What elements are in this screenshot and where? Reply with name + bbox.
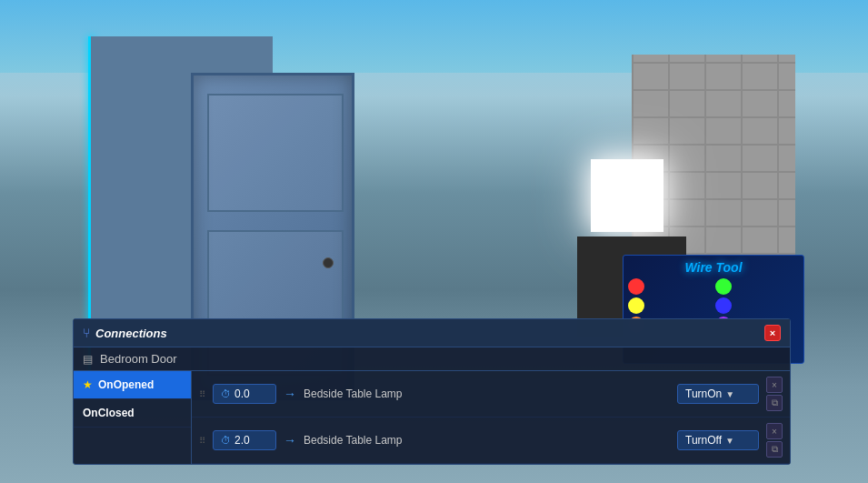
connection-row-1: ⠿ ⏱ 0.0 → Bedside Table Lamp TurnOn ▼ × … [192, 371, 790, 418]
event-label-opened: OnOpened [98, 378, 154, 391]
dropdown-arrow-1: ▼ [725, 389, 734, 399]
drag-handle-2[interactable]: ⠿ [199, 436, 205, 446]
connections-icon: ⑂ [83, 326, 90, 340]
target-device-1: Bedside Table Lamp [304, 387, 670, 400]
door-knob [323, 257, 334, 268]
action-label-2: TurnOff [685, 434, 722, 447]
wire-tool-label: Wire Tool [628, 260, 799, 275]
wire-btn-blue[interactable] [715, 297, 732, 314]
copy-btn-1[interactable]: ⧉ [766, 395, 783, 411]
event-label-closed: OnClosed [83, 407, 135, 419]
dropdown-arrow-2: ▼ [725, 436, 734, 446]
copy-btn-2[interactable]: ⧉ [766, 441, 783, 458]
device-icon: ▤ [83, 353, 93, 366]
time-value-1: 0.0 [234, 387, 250, 400]
event-on-opened[interactable]: ★ OnOpened [74, 371, 191, 399]
events-column: ★ OnOpened OnClosed [74, 371, 192, 464]
arrow-icon-2: → [284, 433, 296, 448]
connection-row-2: ⠿ ⏱ 2.0 → Bedside Table Lamp TurnOff ▼ ×… [192, 418, 790, 464]
connections-header: ⑂ Connections × [74, 319, 790, 347]
action-dropdown-1[interactable]: TurnOn ▼ [677, 384, 759, 404]
time-value-2: 2.0 [234, 434, 250, 447]
time-badge-1: ⏱ 0.0 [213, 384, 276, 404]
target-device-2: Bedside Table Lamp [304, 434, 670, 447]
connections-body: ★ OnOpened OnClosed ⠿ ⏱ 0.0 → Bedside Ta… [74, 371, 790, 464]
close-button[interactable]: × [764, 325, 781, 341]
connections-list: ⠿ ⏱ 0.0 → Bedside Table Lamp TurnOn ▼ × … [192, 371, 790, 464]
connections-title-area: ⑂ Connections [83, 326, 167, 340]
wire-btn-yellow[interactable] [628, 297, 644, 314]
time-badge-2: ⏱ 2.0 [213, 430, 276, 450]
clock-icon-2: ⏱ [221, 435, 231, 446]
delete-btn-1[interactable]: × [766, 377, 783, 393]
action-dropdown-2[interactable]: TurnOff ▼ [677, 430, 759, 450]
door-upper-panel [207, 94, 344, 212]
row-actions-1: × ⧉ [766, 377, 783, 411]
delete-btn-2[interactable]: × [766, 423, 783, 439]
action-label-1: TurnOn [685, 387, 722, 400]
connections-panel: ⑂ Connections × ▤ Bedroom Door ★ OnOpene… [73, 318, 791, 465]
star-icon: ★ [83, 378, 93, 391]
row-actions-2: × ⧉ [766, 423, 783, 458]
device-name: Bedroom Door [100, 352, 177, 366]
lamp-shade [591, 159, 663, 232]
clock-icon-1: ⏱ [221, 388, 231, 399]
event-on-closed[interactable]: OnClosed [74, 399, 191, 428]
wire-btn-red[interactable] [628, 278, 644, 295]
device-name-row: ▤ Bedroom Door [74, 347, 790, 371]
arrow-icon-1: → [284, 387, 296, 401]
wire-btn-green[interactable] [715, 278, 732, 295]
drag-handle-1[interactable]: ⠿ [199, 389, 205, 399]
connections-title: Connections [95, 327, 167, 340]
